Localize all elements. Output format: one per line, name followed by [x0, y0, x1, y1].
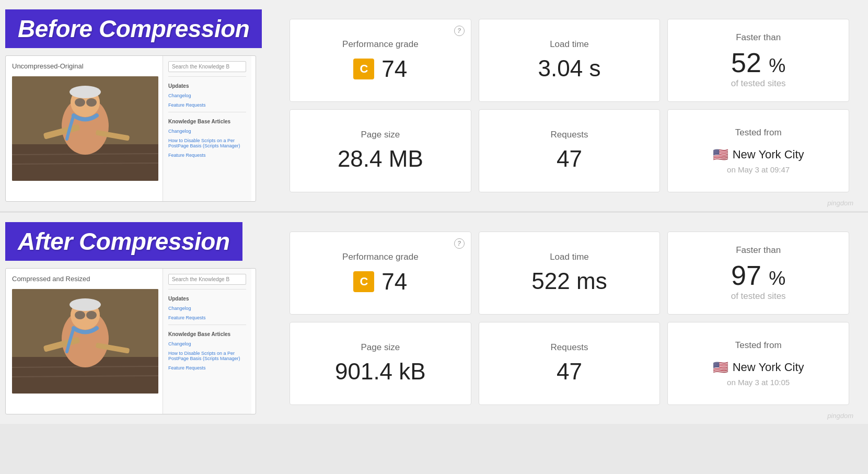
- after-mockup-left: Compressed and Resized: [6, 269, 163, 414]
- after-mockup-label: Compressed and Resized: [12, 275, 156, 283]
- after-link-feature: Feature Requests: [168, 315, 246, 320]
- svg-point-6: [75, 98, 85, 107]
- before-testedfrom-card: Tested from 🇺🇸 New York City on May 3 at…: [667, 109, 849, 192]
- after-title: After Compression: [5, 222, 242, 261]
- after-screenshot-panel: After Compression Compressed and Resized: [0, 222, 282, 414]
- before-requests-card: Requests 47: [479, 109, 661, 192]
- after-flag-city: 🇺🇸 New York City: [713, 360, 804, 375]
- after-kb-link3: Feature Requests: [168, 365, 246, 371]
- before-section: Before Compression Uncompressed-Original: [0, 0, 868, 213]
- svg-point-9: [70, 86, 101, 98]
- before-loadtime-card: Load time 3.04 s: [479, 19, 661, 102]
- after-metrics-grid: ? Performance grade C 74 Load time 522 m…: [282, 222, 859, 414]
- before-faster-sub: of tested sites: [731, 78, 786, 89]
- after-divider-2: [168, 325, 246, 325]
- before-performance-card: ? Performance grade C 74: [290, 19, 471, 102]
- after-section: After Compression Compressed and Resized: [0, 213, 868, 424]
- after-faster-sub: of tested sites: [731, 291, 786, 302]
- after-grade-number: 74: [381, 269, 407, 295]
- before-kb-link2: How to Disable Scripts on a Per PostPage…: [168, 138, 246, 148]
- before-faster-label: Faster than: [736, 32, 781, 43]
- before-mockup-right: Search the Knowledge B Updates Changelog…: [163, 56, 251, 201]
- svg-point-19: [86, 311, 97, 319]
- after-mockup: Compressed and Resized: [5, 268, 256, 414]
- before-pagesize-card: Page size 28.4 MB: [290, 109, 471, 192]
- after-updates-title: Updates: [168, 296, 246, 302]
- after-kb-title: Knowledge Base Articles: [168, 331, 246, 337]
- after-city-name: New York City: [733, 361, 804, 374]
- after-performance-card: ? Performance grade C 74: [290, 232, 471, 315]
- after-pagesize-value: 901.4 kB: [335, 359, 426, 384]
- before-search-box: Search the Knowledge B: [168, 61, 246, 72]
- before-tested-from-wrapper: Tested from 🇺🇸 New York City on May 3 at…: [713, 128, 804, 174]
- after-pingdom-watermark: pingdom: [827, 412, 853, 420]
- svg-point-20: [70, 298, 101, 311]
- before-updates-title: Updates: [168, 83, 246, 89]
- before-mockup-left: Uncompressed-Original: [6, 56, 163, 201]
- before-kb-link1: Changelog: [168, 129, 246, 134]
- before-grade-badge: C: [353, 59, 374, 79]
- before-pagesize-label: Page size: [361, 130, 400, 140]
- before-link-changelog: Changelog: [168, 93, 246, 98]
- before-loadtime-value: 3.04 s: [538, 56, 601, 81]
- before-loadtime-label: Load time: [550, 39, 589, 50]
- before-grade-wrapper: C 74: [353, 56, 407, 82]
- after-testedfrom-card: Tested from 🇺🇸 New York City on May 3 at…: [667, 322, 849, 405]
- after-percent-sign: %: [769, 268, 785, 289]
- before-mockup-image: [12, 76, 158, 181]
- after-faster-percent: 97 %: [731, 262, 785, 289]
- after-divider-1: [168, 289, 246, 290]
- before-kb-title: Knowledge Base Articles: [168, 119, 246, 124]
- after-mockup-image: [12, 289, 158, 394]
- before-screenshot-panel: Before Compression Uncompressed-Original: [0, 9, 282, 202]
- before-requests-label: Requests: [551, 130, 588, 140]
- after-help-icon[interactable]: ?: [454, 238, 465, 249]
- before-city-name: New York City: [733, 148, 804, 161]
- before-divider-2: [168, 112, 246, 112]
- after-pagesize-label: Page size: [361, 342, 400, 353]
- after-flag-icon: 🇺🇸: [713, 360, 728, 375]
- after-mockup-right: Search the Knowledge B Updates Changelog…: [163, 269, 251, 414]
- before-performance-label: Performance grade: [342, 39, 419, 50]
- after-performance-label: Performance grade: [342, 252, 419, 262]
- before-mockup: Uncompressed-Original: [5, 55, 256, 202]
- after-requests-card: Requests 47: [479, 322, 661, 405]
- before-requests-value: 47: [557, 146, 582, 171]
- after-requests-label: Requests: [551, 342, 588, 353]
- after-faster-label: Faster than: [736, 245, 781, 256]
- after-tested-from-wrapper: Tested from 🇺🇸 New York City on May 3 at…: [713, 340, 804, 387]
- before-title: Before Compression: [5, 9, 262, 48]
- svg-point-7: [86, 98, 97, 107]
- before-percent-sign: %: [769, 55, 785, 76]
- before-faster-percent: 52 %: [731, 49, 785, 76]
- before-divider-1: [168, 76, 246, 77]
- after-grade-badge: C: [353, 271, 374, 292]
- before-pingdom-watermark: pingdom: [827, 199, 853, 207]
- before-faster-card: Faster than 52 % of tested sites: [667, 19, 849, 102]
- before-kb-link3: Feature Requests: [168, 153, 246, 158]
- after-pagesize-card: Page size 901.4 kB: [290, 322, 471, 405]
- after-tested-date: on May 3 at 10:05: [727, 378, 790, 387]
- before-grade-number: 74: [381, 56, 407, 82]
- before-flag-icon: 🇺🇸: [713, 147, 728, 162]
- after-loadtime-value: 522 ms: [531, 269, 607, 294]
- after-requests-value: 47: [557, 359, 582, 384]
- after-kb-link2: How to Disable Scripts on a Per PostPage…: [168, 351, 246, 361]
- before-mockup-label: Uncompressed-Original: [12, 62, 156, 70]
- before-link-feature: Feature Requests: [168, 102, 246, 108]
- after-loadtime-card: Load time 522 ms: [479, 232, 661, 315]
- after-loadtime-label: Load time: [550, 252, 589, 262]
- after-testedfrom-label: Tested from: [735, 340, 782, 351]
- after-search-box: Search the Knowledge B: [168, 274, 246, 285]
- before-pagesize-value: 28.4 MB: [338, 146, 423, 171]
- before-flag-city: 🇺🇸 New York City: [713, 147, 804, 162]
- after-link-changelog: Changelog: [168, 306, 246, 311]
- after-kb-link1: Changelog: [168, 341, 246, 346]
- before-tested-date: on May 3 at 09:47: [727, 165, 790, 174]
- before-testedfrom-label: Tested from: [735, 128, 782, 138]
- svg-point-18: [75, 311, 85, 319]
- after-grade-wrapper: C 74: [353, 269, 407, 295]
- before-metrics-grid: ? Performance grade C 74 Load time 3.04 …: [282, 9, 859, 202]
- before-help-icon[interactable]: ?: [454, 26, 465, 36]
- after-faster-card: Faster than 97 % of tested sites: [667, 232, 849, 315]
